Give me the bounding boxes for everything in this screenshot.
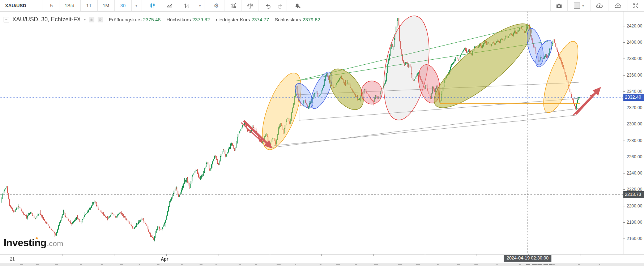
marked-level-line-badge: 2213.73 (623, 191, 644, 198)
candlestick-chart-icon[interactable] (144, 0, 161, 11)
collapse-icon[interactable]: − (4, 17, 9, 22)
symbol-label: XAU/USD (0, 0, 43, 11)
alert-bell-icon[interactable] (289, 0, 306, 11)
eye-icon[interactable]: ◉ (89, 17, 94, 22)
fullscreen-icon[interactable] (627, 0, 644, 11)
cutoff-mark (374, 264, 378, 265)
time-tick (425, 254, 425, 256)
cutoff-mark (538, 264, 542, 265)
candlestick-canvas[interactable] (0, 0, 644, 266)
time-axis[interactable]: 21Apr2024-04-19 02:30:00 (0, 254, 644, 263)
price-label: 2360.00 (627, 73, 642, 78)
cutoff-mark (416, 264, 419, 265)
time-tick (218, 254, 218, 256)
time-tick (373, 254, 374, 256)
timeframe-1m-button[interactable]: 1M (98, 0, 115, 11)
redo-icon[interactable] (274, 0, 286, 11)
time-tick (580, 254, 580, 256)
cutoff-mark (200, 264, 203, 265)
legend-gear-icon[interactable]: ⚙ (98, 17, 103, 22)
cutoff-mark (320, 264, 322, 265)
cutoff-mark (599, 264, 600, 265)
ohlc-close: Schlusskurs2379.62 (275, 17, 320, 22)
timeframe-1d-button[interactable]: 1T (81, 0, 98, 11)
cutoff-mark (578, 264, 580, 265)
price-label: 2260.00 (627, 154, 642, 159)
cutoff-mark (255, 264, 257, 265)
timeframe-30-button[interactable]: 30 (115, 0, 132, 11)
price-tick (623, 26, 625, 26)
time-label-21: 21 (10, 257, 14, 262)
price-label: 2380.00 (627, 56, 642, 61)
cutoff-mark (549, 264, 553, 265)
cutoff-mark (496, 264, 498, 265)
price-tick (623, 75, 625, 76)
time-tick (477, 254, 477, 256)
chart-toolbar: XAU/USD 5 1Std. 1T 1M 30 ▾ ▾ ⚙ (0, 0, 644, 12)
price-axis[interactable]: 2332.402213.732420.002400.002380.002360.… (623, 11, 644, 254)
cutoff-mark (355, 264, 357, 265)
timeframe-dropdown-caret[interactable]: ▾ (132, 0, 141, 11)
cutoff-mark (55, 264, 58, 265)
price-tick (623, 124, 625, 124)
settings-gear-icon[interactable]: ⚙ (208, 0, 225, 11)
price-tick (623, 189, 625, 190)
cutoff-mark (398, 264, 402, 265)
chart-legend: − XAU/USD, 30, Echtzeit-FX ▾ ◉ ⚙ Eröffnu… (4, 16, 320, 23)
cutoff-mark (457, 264, 460, 265)
cloud-upload-icon[interactable] (609, 0, 627, 11)
price-tick (623, 59, 625, 59)
cutoff-mark (36, 264, 39, 265)
cutoff-mark (181, 264, 183, 265)
time-tick (321, 254, 322, 256)
cloud-download-icon[interactable] (590, 0, 609, 11)
undo-icon[interactable] (262, 0, 274, 11)
background-swatch-icon[interactable]: ▾ (568, 0, 590, 11)
cutoff-mark (216, 264, 217, 265)
cutoff-mark (474, 264, 478, 265)
cutoff-mark (80, 264, 82, 265)
time-tick (11, 254, 11, 256)
cutoff-mark (120, 264, 123, 265)
legend-caret-icon[interactable]: ▾ (84, 18, 86, 21)
ohlc-low: niedrigster Kurs2374.77 (216, 17, 269, 22)
line-chart-icon[interactable] (161, 0, 178, 11)
price-label: 2420.00 (627, 23, 642, 29)
price-tick (623, 173, 625, 173)
timeframe-5-button[interactable]: 5 (43, 0, 60, 11)
price-tick (623, 42, 625, 43)
time-tick (166, 254, 167, 256)
price-tick (623, 141, 625, 141)
price-label: 2160.00 (627, 236, 642, 241)
price-label: 2240.00 (627, 171, 642, 176)
legend-title: XAU/USD, 30, Echtzeit-FX (12, 16, 81, 23)
cutoff-mark (543, 264, 548, 265)
cutoff-mark (157, 264, 159, 265)
price-label: 2200.00 (627, 203, 642, 209)
cutoff-mark (532, 264, 537, 265)
cutoff-mark (101, 264, 103, 265)
bottom-panel-edge (0, 263, 644, 266)
time-tick (270, 254, 270, 256)
ohlc-open: Eröffnungskurs2375.48 (109, 17, 161, 22)
time-label-apr: Apr (161, 257, 169, 262)
indicators-icon[interactable] (225, 0, 242, 11)
price-tick (623, 239, 625, 239)
timeframe-1h-button[interactable]: 1Std. (60, 0, 81, 11)
cutoff-mark (239, 264, 241, 265)
price-label: 2300.00 (627, 121, 642, 126)
compare-scales-icon[interactable] (242, 0, 259, 11)
ohlc-bars-icon[interactable] (178, 0, 195, 11)
camera-icon[interactable] (550, 0, 568, 11)
cutoff-mark (553, 264, 555, 265)
price-tick (623, 157, 625, 157)
chart-type-dropdown-caret[interactable]: ▾ (195, 0, 205, 11)
price-label: 2340.00 (627, 89, 642, 94)
ohlc-high: Höchstkurs2379.82 (166, 17, 210, 22)
price-label: 2280.00 (627, 138, 642, 143)
price-tick (623, 222, 625, 223)
current-price-line-badge: 2332.40 (623, 94, 644, 101)
cutoff-mark (519, 264, 521, 265)
time-tick (63, 254, 63, 256)
cutoff-mark (277, 264, 281, 265)
